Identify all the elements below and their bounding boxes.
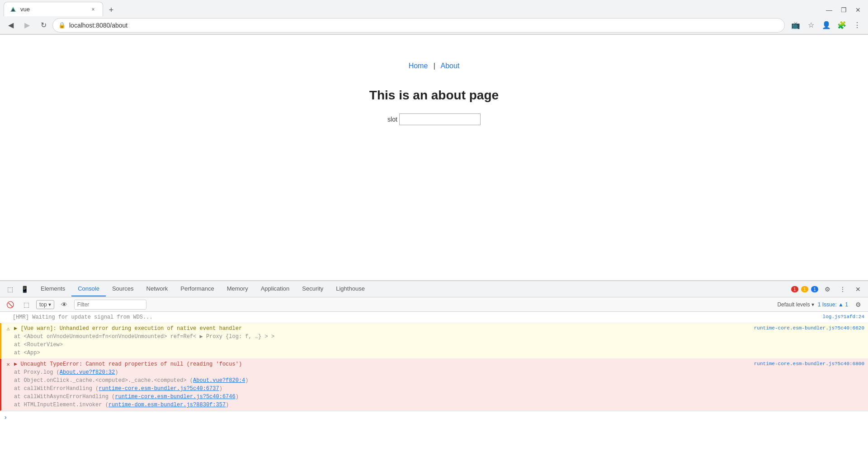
tab-security[interactable]: Security xyxy=(296,282,330,296)
runtime-core-link-2[interactable]: runtime-core.esm-bundler.js?5c40:6746 xyxy=(115,394,235,400)
about-vue-link[interactable]: About.vue?f820:32 xyxy=(60,369,115,376)
inspect-element-button[interactable]: ⬚ xyxy=(4,283,16,296)
runtime-core-link-1[interactable]: runtime-core.esm-bundler.js?5c40:6737 xyxy=(99,385,219,392)
browser-chrome: vue × + — ❐ ✕ ◀ ▶ ↻ 🔒 localhost:8080/abo… xyxy=(0,0,868,35)
tab-title: vue xyxy=(20,6,85,13)
typeerror-trace-1: at Proxy.log (About.vue?f820:32) xyxy=(14,368,748,376)
devtools-close-button[interactable]: ✕ xyxy=(852,283,864,296)
devtools-tabs: Elements Console Sources Network Perform… xyxy=(34,282,791,296)
typeerror-link[interactable]: runtime-core.esm-bundler.js?5c40:6800 xyxy=(750,360,864,368)
console-line-vue-warn: ⚠ ▶ [Vue warn]: Unhandled error during e… xyxy=(0,323,868,359)
warning-icon: ⚠ xyxy=(5,325,11,333)
about-link[interactable]: About xyxy=(441,62,460,70)
hmr-link[interactable]: log.js?1afd:24 xyxy=(819,313,864,321)
close-button[interactable]: ✕ xyxy=(852,4,864,16)
clear-console-button[interactable]: 🚫 xyxy=(4,298,16,311)
forward-button[interactable]: ▶ xyxy=(20,18,34,33)
console-prompt-icon: › xyxy=(4,414,7,421)
devtools-header-actions: 1 1 1 ⚙ ⋮ ✕ xyxy=(791,283,864,296)
menu-icon[interactable]: ⋮ xyxy=(850,18,864,33)
tab-performance[interactable]: Performance xyxy=(174,282,220,296)
maximize-button[interactable]: ❐ xyxy=(837,4,850,16)
console-line-typeerror: ✕ ▶ Uncaught TypeError: Cannot read prop… xyxy=(0,359,868,411)
back-button[interactable]: ◀ xyxy=(4,18,18,33)
extensions-icon[interactable]: 🧩 xyxy=(835,18,849,33)
context-selector[interactable]: top ▾ xyxy=(36,300,54,309)
console-line-hmr: [HMR] Waiting for update signal from WDS… xyxy=(0,312,868,323)
typeerror-trace-4: at callWithAsyncErrorHandling (runtime-c… xyxy=(14,393,748,401)
slot-label: slot xyxy=(387,116,397,123)
nav-separator: | xyxy=(434,62,435,70)
nav-actions: 📺 ☆ 👤 🧩 ⋮ xyxy=(788,18,864,33)
context-label: top xyxy=(39,301,47,308)
tab-favicon xyxy=(9,6,17,13)
cast-icon[interactable]: 📺 xyxy=(788,18,803,33)
devtools-more-button[interactable]: ⋮ xyxy=(836,283,849,296)
console-input-line: › xyxy=(0,411,868,423)
filter-input[interactable] xyxy=(74,300,146,310)
error-badge: 1 xyxy=(791,286,798,292)
tab-bar: vue × + — ❐ ✕ xyxy=(0,0,868,16)
reload-button[interactable]: ↻ xyxy=(36,18,51,33)
show-console-drawer-button[interactable]: ⬚ xyxy=(20,298,33,311)
tab-memory[interactable]: Memory xyxy=(221,282,255,296)
eye-button[interactable]: 👁 xyxy=(58,298,71,311)
hmr-message: [HMR] Waiting for update signal from WDS… xyxy=(13,313,816,321)
address-text: localhost:8080/about xyxy=(69,22,779,29)
page-content: Home | About This is an about page slot xyxy=(0,35,868,292)
typeerror-trace-3: at callWithErrorHandling (runtime-core.e… xyxy=(14,385,748,393)
tab-lighthouse[interactable]: Lighthouse xyxy=(330,282,371,296)
tab-network[interactable]: Network xyxy=(140,282,175,296)
page-navigation: Home | About xyxy=(409,62,460,70)
tab-elements[interactable]: Elements xyxy=(34,282,71,296)
vue-warn-trace-3: at <App> xyxy=(14,349,748,357)
devtools-header: ⬚ 📱 Elements Console Sources Network Per… xyxy=(0,281,868,297)
context-chevron: ▾ xyxy=(48,301,51,308)
vue-warn-trace-2: at <RouterView> xyxy=(14,341,748,349)
lock-icon: 🔒 xyxy=(58,22,66,28)
vue-warn-link[interactable]: runtime-core.esm-bundler.js?5c40:6620 xyxy=(750,324,864,332)
device-toggle-button[interactable]: 📱 xyxy=(18,283,31,296)
address-bar[interactable]: 🔒 localhost:8080/about xyxy=(52,18,785,33)
typeerror-content: ▶ Uncaught TypeError: Cannot read proper… xyxy=(14,360,748,409)
devtools-panel: ⬚ 📱 Elements Console Sources Network Per… xyxy=(0,280,868,470)
vue-warn-content: ▶ [Vue warn]: Unhandled error during exe… xyxy=(14,324,748,357)
new-tab-button[interactable]: + xyxy=(105,4,118,16)
slot-input[interactable] xyxy=(399,113,481,125)
issues-settings-button[interactable]: ⚙ xyxy=(852,298,864,311)
minimize-button[interactable]: — xyxy=(823,4,835,16)
active-tab[interactable]: vue × xyxy=(4,2,103,16)
slot-container: slot xyxy=(387,113,481,125)
console-toolbar: 🚫 ⬚ top ▾ 👁 Default levels ▾ 1 Issue: ▲ … xyxy=(0,297,868,312)
tab-application[interactable]: Application xyxy=(255,282,296,296)
error-icon: ✕ xyxy=(5,361,11,369)
about-vue-link-2[interactable]: About.vue?f820:4 xyxy=(193,377,245,384)
issues-badge[interactable]: 1 Issue: ▲ 1 xyxy=(818,301,848,308)
default-levels-selector[interactable]: Default levels ▾ xyxy=(777,301,814,308)
tab-sources[interactable]: Sources xyxy=(106,282,140,296)
window-controls: — ❐ ✕ xyxy=(823,4,864,16)
devtools-settings-button[interactable]: ⚙ xyxy=(821,283,834,296)
typeerror-trace-2: at Object.onClick._cache.<computed>._cac… xyxy=(14,376,748,385)
bookmark-icon[interactable]: ☆ xyxy=(804,18,818,33)
message-badge: 1 xyxy=(811,286,818,292)
page-heading: This is an about page xyxy=(369,88,499,103)
console-output: [HMR] Waiting for update signal from WDS… xyxy=(0,312,868,470)
vue-warn-trace-1: at <About onVnodeUnmounted=fn<onVnodeUnm… xyxy=(14,333,748,341)
runtime-dom-link[interactable]: runtime-dom.esm-bundler.js?8830f:357 xyxy=(108,402,226,408)
typeerror-text: ▶ Uncaught TypeError: Cannot read proper… xyxy=(14,360,748,368)
vue-warn-text: ▶ [Vue warn]: Unhandled error during exe… xyxy=(14,324,748,333)
devtools-icons: ⬚ 📱 xyxy=(4,283,31,296)
profile-icon[interactable]: 👤 xyxy=(819,18,834,33)
home-link[interactable]: Home xyxy=(409,62,428,70)
tab-console[interactable]: Console xyxy=(71,282,106,296)
nav-bar: ◀ ▶ ↻ 🔒 localhost:8080/about 📺 ☆ 👤 🧩 ⋮ xyxy=(0,16,868,34)
tab-close-button[interactable]: × xyxy=(89,5,97,14)
warning-badge: 1 xyxy=(801,286,808,292)
typeerror-trace-5: at HTMLInputElement.invoker (runtime-dom… xyxy=(14,401,748,409)
